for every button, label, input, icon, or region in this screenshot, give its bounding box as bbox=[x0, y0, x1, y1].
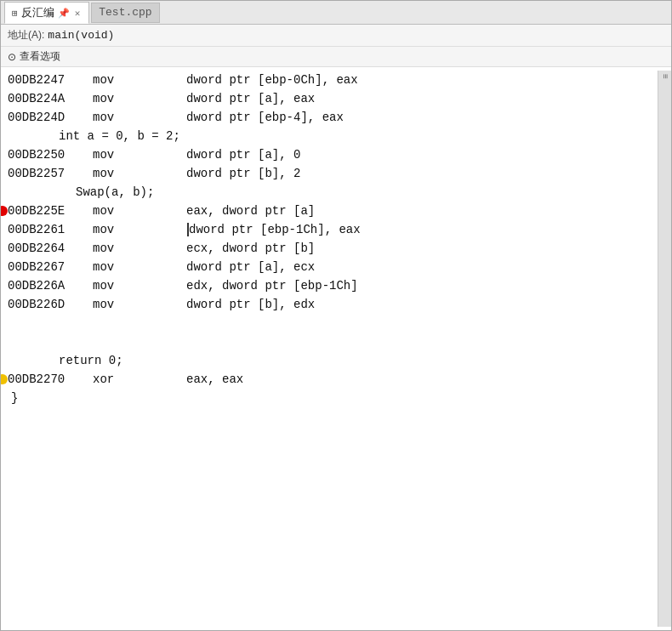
address: 00DB2250 bbox=[8, 145, 93, 164]
table-row: 00DB226A mov edx, dword ptr [ebp-1Ch] bbox=[8, 276, 651, 295]
source-text: Swap(a, b); bbox=[8, 183, 154, 202]
operands: dword ptr [a], 0 bbox=[186, 145, 300, 164]
table-row: 00DB225E mov eax, dword ptr [a] bbox=[8, 202, 651, 220]
table-row: 00DB2261 mov dword ptr [ebp-1Ch], eax bbox=[8, 220, 651, 239]
disasm-tab-close[interactable]: ✕ bbox=[73, 8, 83, 19]
address: 00DB2247 bbox=[8, 71, 93, 89]
mnemonic: mov bbox=[93, 164, 186, 183]
operands: dword ptr [ebp-4], eax bbox=[186, 108, 344, 127]
operands: dword ptr [ebp-0Ch], eax bbox=[186, 71, 358, 89]
code-container: 00DB2247 mov dword ptr [ebp-0Ch], eax 00… bbox=[1, 71, 658, 627]
source-line: int a = 0, b = 2; bbox=[8, 127, 651, 145]
operands: dword ptr [a], ecx bbox=[186, 258, 315, 276]
operands: ecx, dword ptr [b] bbox=[186, 239, 315, 258]
mnemonic: mov bbox=[93, 276, 186, 295]
mnemonic: mov bbox=[93, 108, 186, 127]
empty-line bbox=[8, 314, 651, 333]
address: 00DB225E bbox=[8, 202, 93, 220]
operands: dword ptr [ebp-1Ch], eax bbox=[186, 220, 361, 239]
address: 00DB224A bbox=[8, 89, 93, 108]
address: 00DB2257 bbox=[8, 164, 93, 183]
mnemonic: mov bbox=[93, 89, 186, 108]
source-line: Swap(a, b); bbox=[8, 183, 651, 202]
text-cursor bbox=[187, 223, 189, 236]
content-area[interactable]: 00DB2247 mov dword ptr [ebp-0Ch], eax 00… bbox=[1, 67, 671, 630]
table-row: 00DB224D mov dword ptr [ebp-4], eax bbox=[8, 108, 651, 127]
scrollbar[interactable]: ≡ bbox=[658, 71, 671, 627]
table-row: 00DB2250 mov dword ptr [a], 0 bbox=[8, 145, 651, 164]
table-row: 00DB2257 mov dword ptr [b], 2 bbox=[8, 164, 651, 183]
mnemonic: xor bbox=[93, 370, 186, 389]
mnemonic: mov bbox=[93, 295, 186, 314]
empty-line bbox=[8, 333, 651, 351]
address: 00DB2264 bbox=[8, 239, 93, 258]
closing-brace-line: } bbox=[8, 389, 651, 407]
address: 00DB2267 bbox=[8, 258, 93, 276]
operands: edx, dword ptr [ebp-1Ch] bbox=[186, 276, 358, 295]
mnemonic: mov bbox=[93, 202, 186, 220]
operands: dword ptr [a], eax bbox=[186, 89, 315, 108]
tab-disasm[interactable]: ⊞ 反汇编 📌 ✕ bbox=[4, 2, 89, 24]
address-bar: 地址(A): main(void) bbox=[1, 25, 671, 47]
address-value: main(void) bbox=[48, 29, 114, 42]
disasm-tab-label: 反汇编 bbox=[21, 5, 54, 20]
operands: eax, eax bbox=[186, 370, 243, 389]
address: 00DB2261 bbox=[8, 220, 93, 239]
breakpoint-red-icon bbox=[1, 206, 8, 216]
test-cpp-tab-label: Test.cpp bbox=[99, 6, 151, 19]
table-row: 00DB226D mov dword ptr [b], edx bbox=[8, 295, 651, 314]
view-options-icon: ⊙ bbox=[8, 51, 16, 63]
table-row: 00DB2264 mov ecx, dword ptr [b] bbox=[8, 239, 651, 258]
view-options-bar[interactable]: ⊙ 查看选项 bbox=[1, 47, 671, 67]
table-row: 00DB224A mov dword ptr [a], eax bbox=[8, 89, 651, 108]
address-label: 地址(A): bbox=[8, 28, 44, 43]
brace: } bbox=[8, 389, 18, 407]
operands: eax, dword ptr [a] bbox=[186, 202, 315, 220]
mnemonic: mov bbox=[93, 145, 186, 164]
source-text: return 0; bbox=[8, 351, 123, 370]
address: 00DB224D bbox=[8, 108, 93, 127]
table-row: 00DB2247 mov dword ptr [ebp-0Ch], eax bbox=[8, 71, 651, 89]
table-row: 00DB2270 xor eax, eax bbox=[8, 370, 651, 389]
mnemonic: mov bbox=[93, 258, 186, 276]
pin-icon: 📌 bbox=[58, 8, 70, 19]
main-window: ⊞ 反汇编 📌 ✕ Test.cpp 地址(A): main(void) ⊙ 查… bbox=[0, 0, 672, 631]
view-options-label: 查看选项 bbox=[20, 49, 60, 64]
mnemonic: mov bbox=[93, 220, 186, 239]
table-row: 00DB2267 mov dword ptr [a], ecx bbox=[8, 258, 651, 276]
mnemonic: mov bbox=[93, 71, 186, 89]
tab-test-cpp[interactable]: Test.cpp bbox=[91, 3, 159, 23]
mnemonic: mov bbox=[93, 239, 186, 258]
operands: dword ptr [b], edx bbox=[186, 295, 315, 314]
source-line: return 0; bbox=[8, 351, 651, 370]
tab-bar: ⊞ 反汇编 📌 ✕ Test.cpp bbox=[1, 1, 671, 25]
breakpoint-yellow-icon bbox=[1, 374, 8, 384]
operands: dword ptr [b], 2 bbox=[186, 164, 300, 183]
address: 00DB2270 bbox=[8, 370, 93, 389]
source-text: int a = 0, b = 2; bbox=[8, 127, 180, 145]
disasm-tab-icon: ⊞ bbox=[12, 8, 18, 19]
address: 00DB226A bbox=[8, 276, 93, 295]
address: 00DB226D bbox=[8, 295, 93, 314]
scroll-handle[interactable]: ≡ bbox=[660, 74, 669, 79]
